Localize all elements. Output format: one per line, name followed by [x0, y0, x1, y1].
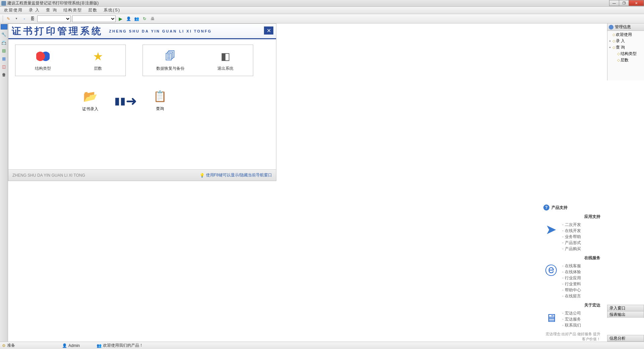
menu-structure[interactable]: 结构类型 [61, 7, 85, 14]
user-icon[interactable]: 👤 [125, 15, 132, 22]
main-area: 🔧 📇 ▤ ▦ ◫ 🗑 证书打印管理系统 ZHENG SHU DA YIN GU… [0, 23, 644, 342]
users-icon: 👥 [97, 343, 102, 348]
star-icon: ★ [91, 50, 105, 63]
tree-node-structure[interactable]: ◇结构类型 [608, 51, 643, 57]
bulb-icon: 💡 [200, 173, 205, 178]
support-link[interactable]: 产品购买 [562, 246, 581, 252]
tree-pane: 管理信息 ◇欢迎使用 +◇录 入 +◇查 询 ◇结构类型 ◇层数 [607, 23, 644, 80]
support-link[interactable]: 行业应用 [562, 275, 581, 281]
welcome-footer-hint: 💡 使用F8键可以显示/隐藏当前导航窗口 [200, 172, 272, 178]
menu-system[interactable]: 系统(S) [101, 7, 123, 14]
tile-row-2: 📂 证书录入 ▮▮➜ 📋 查询 [8, 76, 276, 112]
maximize-button[interactable]: ❐ [619, 0, 629, 6]
lt-icon-4[interactable]: ▦ [1, 56, 7, 62]
lt-icon-3[interactable]: ▤ [1, 48, 7, 54]
flow-arrow-icon: ▮▮➜ [114, 93, 137, 109]
tile-backup[interactable]: 🗐 数据恢复与备份 [147, 50, 194, 71]
support-head-0: 应用支持 [543, 214, 600, 220]
right-tab-analysis[interactable]: 信息分析 [607, 335, 644, 342]
status-user: 👤 Admin [62, 343, 80, 348]
run-icon[interactable]: ▶ [117, 15, 124, 22]
support-link[interactable]: 产品形式 [562, 240, 581, 246]
box-group-1: 结构类型 ★ 层数 [15, 45, 126, 76]
welcome-footer: ZHENG SHU DA YIN GUAN LI XI TONG 💡 使用F8键… [8, 169, 276, 181]
edit-dropdown[interactable]: ▼ [13, 15, 20, 22]
folder-icon: 📂 [83, 90, 97, 103]
support-title: ? 产品支持 [543, 205, 600, 211]
support-link[interactable]: 二次开发 [562, 222, 581, 228]
support-link[interactable]: 联系我们 [562, 322, 581, 328]
status-welcome: 👥 欢迎使用我们的产品！ [97, 343, 143, 348]
new-icon[interactable]: ▫ [21, 15, 28, 22]
combo-1[interactable] [37, 15, 71, 22]
left-toolbar: 🔧 📇 ▤ ▦ ◫ 🗑 [0, 23, 8, 342]
support-section-online: 在线服务 ⓔ 在线客服 在线体验 行业应用 行业资料 帮助中心 在线留言 [543, 255, 600, 299]
tile-backup-label: 数据恢复与备份 [156, 66, 184, 71]
support-slogan: 宏达理念:出好产品 做好服务 提升客户价值！ [543, 332, 600, 342]
lt-icon-1[interactable]: 🔧 [1, 32, 7, 38]
combo-2[interactable] [72, 15, 116, 22]
welcome-header: 证书打印管理系统 ZHENG SHU DA YIN GUAN LI XI TON… [8, 24, 276, 39]
support-link[interactable]: 帮助中心 [562, 287, 581, 293]
welcome-close-icon[interactable]: ✕ [264, 26, 273, 35]
support-link[interactable]: 宏达公司 [562, 310, 581, 316]
right-tab-input[interactable]: 录入窗口 [607, 305, 644, 311]
titlebar: 建设工程质量监督登记证书打印管理系统(非注册版) — ❐ ✕ [0, 0, 644, 7]
tile-query[interactable]: 📋 查询 [153, 90, 167, 112]
tile-layers-label: 层数 [94, 66, 102, 71]
support-section-app: 应用支持 ➤ 二次开发 在线开发 业务帮助 产品形式 产品购买 [543, 214, 600, 252]
toolbar: ✎ ▼ ▫ 🗄 ▶ 👤 👥 ↻ 🖶 [0, 14, 644, 23]
db-icon[interactable]: 🗄 [29, 15, 36, 22]
menu-layers[interactable]: 层数 [86, 7, 100, 14]
tree-node-layers[interactable]: ◇层数 [608, 57, 643, 63]
close-button[interactable]: ✕ [629, 0, 644, 6]
menu-welcome[interactable]: 欢迎使用 [1, 7, 25, 14]
menu-input[interactable]: 录 入 [26, 7, 43, 14]
tile-row-1: 结构类型 ★ 层数 🗐 数据恢复与备份 ◧ 退出系统 [8, 39, 276, 76]
minimize-button[interactable]: — [609, 0, 619, 6]
tile-exit[interactable]: ◧ 退出系统 [202, 50, 249, 71]
tree-title: 管理信息 [607, 23, 644, 31]
exit-icon: ◧ [219, 50, 232, 63]
window-title: 建设工程质量监督登记证书打印管理系统(非注册版) [7, 0, 99, 6]
tree-node-welcome[interactable]: ◇欢迎使用 [608, 32, 643, 38]
support-panel: ? 产品支持 应用支持 ➤ 二次开发 在线开发 业务帮助 产品形式 产品购买 [543, 205, 600, 342]
support-link[interactable]: 业务帮助 [562, 234, 581, 240]
right-tab-report[interactable]: 报表输出 [607, 311, 644, 318]
support-link[interactable]: 在线留言 [562, 293, 581, 299]
tree-body: ◇欢迎使用 +◇录 入 +◇查 询 ◇结构类型 ◇层数 [607, 31, 644, 64]
arrow-icon: ➤ [543, 222, 559, 237]
support-link[interactable]: 在线开发 [562, 228, 581, 234]
support-link[interactable]: 在线体验 [562, 269, 581, 275]
tile-structure-label: 结构类型 [35, 66, 51, 71]
tree-node-query[interactable]: +◇查 询 [608, 44, 643, 51]
support-link[interactable]: 在线客服 [562, 263, 581, 269]
tree-title-icon [609, 25, 613, 30]
tile-exit-label: 退出系统 [217, 66, 233, 71]
gear-icon: ⚙ [2, 343, 6, 348]
tree-node-input[interactable]: +◇录 入 [608, 38, 643, 44]
edit-icon[interactable]: ✎ [5, 15, 12, 22]
question-icon: ? [543, 205, 549, 211]
support-head-2: 关于宏达 [543, 302, 600, 308]
tile-input-label: 证书录入 [82, 106, 98, 112]
lt-window-icon[interactable] [1, 24, 7, 30]
lt-icon-5[interactable]: ◫ [1, 64, 7, 70]
user-icon: 👤 [62, 343, 67, 348]
butterfly-icon [36, 50, 50, 63]
refresh-icon[interactable]: ↻ [141, 15, 148, 22]
lt-trash-icon[interactable]: 🗑 [1, 72, 7, 78]
ie-icon: ⓔ [543, 263, 559, 278]
content-area: 证书打印管理系统 ZHENG SHU DA YIN GUAN LI XI TON… [8, 23, 644, 342]
lt-icon-2[interactable]: 📇 [1, 40, 7, 46]
tile-layers[interactable]: ★ 层数 [74, 50, 121, 71]
support-link[interactable]: 行业资料 [562, 281, 581, 287]
printer-icon[interactable]: 🖶 [149, 15, 156, 22]
support-link[interactable]: 宏达服务 [562, 316, 581, 322]
menu-query[interactable]: 查 询 [43, 7, 60, 14]
status-ready: ⚙ 准备 [2, 343, 15, 348]
welcome-footer-left: ZHENG SHU DA YIN GUAN LI XI TONG [12, 173, 85, 178]
tile-structure[interactable]: 结构类型 [19, 50, 66, 71]
users-icon[interactable]: 👥 [133, 15, 140, 22]
tile-input[interactable]: 📂 证书录入 [82, 90, 98, 112]
